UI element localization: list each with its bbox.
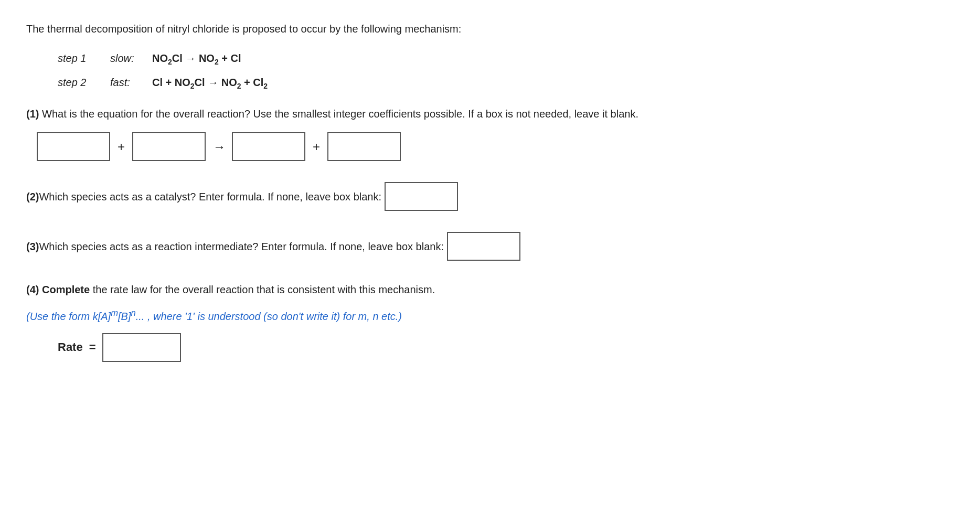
step-2-speed: fast: [110,77,142,89]
question-4-block: (4) Complete the rate law for the overal… [26,282,954,362]
q1-number: (1) [26,108,39,120]
intro-text: The thermal decomposition of nitryl chlo… [26,21,954,37]
step-1-speed: slow: [110,52,142,65]
rate-label: Rate [58,340,83,354]
question-2-block: (2) Which species acts as a catalyst? En… [26,182,954,211]
q3-number: (3) [26,239,39,254]
q4-complete-label: Complete [42,284,90,295]
plus-sign-1: + [118,140,125,154]
reaction-boxes: + → + [37,132,954,161]
step-1-equation: NO2Cl → NO2 + Cl [152,52,241,66]
question-3-text: (3) Which species acts as a reaction int… [26,232,954,261]
mechanism-steps: step 1 slow: NO2Cl → NO2 + Cl step 2 fas… [58,52,954,90]
reactant-box-2[interactable] [132,132,206,161]
q4-number: (4) [26,284,39,295]
step-2-equation: Cl + NO2Cl → NO2 + Cl2 [152,77,268,90]
catalyst-box[interactable] [385,182,458,211]
product-box-1[interactable] [232,132,305,161]
equals-sign: = [89,340,96,354]
plus-sign-2: + [313,140,320,154]
product-box-2[interactable] [327,132,401,161]
q2-number: (2) [26,189,39,205]
question-1-block: (1) What is the equation for the overall… [26,106,954,161]
rate-law-hint: (Use the form k[A]m[B]n... , where '1' i… [26,308,954,323]
intermediate-box[interactable] [447,232,520,261]
step-2-label: step 2 [58,77,100,89]
rate-row: Rate = [58,333,954,362]
reactant-box-1[interactable] [37,132,110,161]
step-1-row: step 1 slow: NO2Cl → NO2 + Cl [58,52,954,66]
step-1-label: step 1 [58,52,100,65]
rate-input[interactable] [102,333,181,362]
question-2-text: (2) Which species acts as a catalyst? En… [26,182,954,211]
reaction-arrow: → [213,140,225,154]
question-4-text: (4) Complete the rate law for the overal… [26,282,954,297]
step-2-row: step 2 fast: Cl + NO2Cl → NO2 + Cl2 [58,77,954,90]
question-3-block: (3) Which species acts as a reaction int… [26,232,954,261]
question-1-text: (1) What is the equation for the overall… [26,106,954,122]
